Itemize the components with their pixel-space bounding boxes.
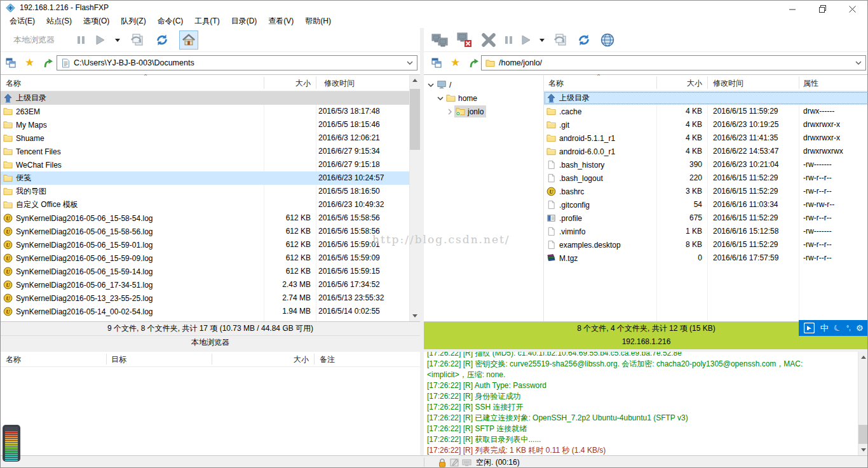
table-row[interactable]: .cache4 KB2016/6/15 11:59:29drwx------ [544,105,868,118]
column-header-size[interactable]: 大小 [264,75,311,91]
menu-item[interactable]: 工具(T) [189,15,225,28]
table-row[interactable]: U.bashrc3 KB2016/6/15 11:52:29-rw-r--r-- [544,185,868,198]
favorites-star-icon[interactable]: ★ [451,56,460,69]
tree-item-label[interactable]: jonlo [454,105,486,117]
table-row[interactable]: Shuame2016/6/3 12:06:21 [1,131,409,145]
table-row[interactable]: USynKernelDiag2016-05-06_17-34-51.log2.4… [1,278,409,291]
log-scrollbar[interactable] [858,352,868,455]
column-header-modified[interactable]: 修改时间 [324,75,355,91]
queue-column-note[interactable]: 备注 [320,352,335,367]
chevron-down-icon[interactable] [407,61,413,65]
volume-overlay[interactable] [3,425,20,462]
file-size: 4 KB [656,118,702,131]
remote-path-combobox[interactable]: /home/jonlo/ [481,55,866,70]
table-row[interactable]: .bash_history3902016/6/23 10:21:04-rw---… [544,158,868,171]
refresh-icon[interactable] [576,32,592,48]
pause-icon[interactable] [77,36,86,44]
table-row[interactable]: M.tgz02016/6/16 17:57:59-rw-r--r-- [544,251,868,265]
disconnect-icon[interactable] [456,32,473,48]
play-icon[interactable] [95,35,105,45]
table-row[interactable]: .profile6752016/6/15 11:52:29-rw-r--r-- [544,211,868,225]
log-line: [17:26:22] [R] 列表完成: 1 KB 耗时 0.11 秒 (1.4… [424,445,858,455]
scroll-down-icon[interactable] [410,311,420,321]
menu-item[interactable]: 查看(V) [262,15,299,28]
menu-item[interactable]: 选项(O) [78,15,115,28]
chevron-down-icon[interactable] [855,61,862,65]
menu-item[interactable]: 帮助(H) [299,15,337,28]
column-header-name[interactable]: 名称 [548,75,564,91]
column-header-modified[interactable]: 修改时间 [713,75,743,91]
ime-logo-icon[interactable] [804,323,815,333]
table-row[interactable]: 我的导图2016/5/5 18:16:50 [1,185,409,198]
punctuation-icon[interactable]: °, [846,320,851,336]
table-row[interactable]: USynKernelDiag2016-05-06_15-59-01.log612… [1,238,409,251]
column-header-size[interactable]: 大小 [656,75,702,91]
menu-item[interactable]: 队列(Z) [115,15,151,28]
scroll-down-icon[interactable] [858,445,868,455]
play-icon[interactable] [521,35,531,45]
moon-icon[interactable]: ☾ [831,319,844,337]
scroll-up-icon[interactable] [858,352,868,363]
table-row[interactable]: WeChat Files2016/6/27 9:15:18 [1,158,409,171]
tree-item-home[interactable]: home [424,91,543,105]
connect-icon[interactable] [431,32,448,48]
queue-column-size[interactable]: 大小 [212,352,309,367]
table-row[interactable]: android-5.1.1_r14 KB2016/6/23 11:41:35dr… [544,131,868,145]
compare-folders-icon[interactable] [6,58,16,68]
table-row[interactable]: .viminfo1 KB2016/6/16 15:12:58-rw------- [544,225,868,238]
tree-item-root[interactable]: / [424,78,543,91]
ime-language-label[interactable]: 中 [820,320,829,336]
table-row[interactable]: 上级目录 [544,91,868,105]
table-row[interactable]: USynKernelDiag2016-05-14_00-02-54.log1.9… [1,305,409,318]
tree-item-label[interactable]: / [435,79,454,91]
home-icon[interactable] [179,30,198,50]
column-header-attrs[interactable]: 属性 [803,75,818,91]
table-row[interactable]: 263EM2016/5/3 18:17:48 [1,105,409,118]
table-row[interactable]: android-6.0.0_r14 KB2016/6/22 14:53:47dr… [544,145,868,158]
remote-list-body: 上级目录.cache4 KB2016/6/15 11:59:29drwx----… [544,91,868,321]
transfer-options-caret-icon[interactable] [115,39,120,42]
gear-icon[interactable]: ⚙ [856,320,864,336]
pause-icon[interactable] [505,36,513,44]
menu-item[interactable]: 命令(C) [152,15,189,28]
table-row[interactable]: My Maps2016/5/5 18:15:46 [1,118,409,131]
table-row[interactable]: USynKernelDiag2016-05-06_15-58-54.log612… [1,211,409,225]
table-row[interactable]: USynKernelDiag2016-05-06_15-59-09.log612… [1,251,409,265]
expander-collapsed-icon[interactable] [445,109,454,115]
table-row[interactable]: USynKernelDiag2016-05-06_15-58-56.log612… [1,225,409,238]
menu-item[interactable]: 会话(E) [4,15,41,28]
transfer-queue-icon[interactable] [553,32,568,48]
table-row[interactable]: examples.desktop8 KB2016/6/15 11:52:29-r… [544,238,868,251]
queue-column-target[interactable]: 目标 [111,352,126,367]
scroll-up-icon[interactable] [410,75,420,86]
table-row[interactable]: Tencent Files2016/6/27 9:15:34 [1,145,409,158]
abort-icon[interactable] [481,32,496,48]
local-path-combobox[interactable]: C:\Users\YJ-BJ-B-003\Documents [57,55,417,70]
globe-icon[interactable] [600,32,615,48]
volume-bar [5,456,18,457]
table-row[interactable]: USynKernelDiag2016-05-06_15-59-14.log612… [1,265,409,278]
expander-expanded-icon[interactable] [436,95,445,102]
table-row[interactable]: .git4 KB2016/6/23 10:19:25drwxrwxr-x [544,118,868,131]
favorites-star-icon[interactable]: ★ [25,56,34,69]
table-row[interactable]: USynKernelDiag2016-05-13_23-55-25.log2.7… [1,291,409,305]
expander-expanded-icon[interactable] [426,82,435,88]
queue-column-name[interactable]: 名称 [6,352,21,367]
menu-item[interactable]: 站点(S) [41,15,78,28]
transfer-queue-icon[interactable] [130,32,145,48]
table-row[interactable]: .bash_logout2202016/6/15 11:52:29-rw-r--… [544,171,868,185]
up-directory-icon[interactable] [43,58,53,69]
column-header-name[interactable]: 名称 [6,75,21,91]
table-row[interactable]: 便笺2016/6/23 10:24:57 [1,171,409,185]
tree-item-jonlo[interactable]: jonlo [424,105,543,118]
table-row[interactable]: 自定义 Office 模板2016/6/23 10:49:32 [1,198,409,211]
compare-folders-icon[interactable] [431,58,442,68]
table-row[interactable]: 上级目录 [1,91,409,105]
up-directory-icon[interactable] [468,58,479,69]
menu-item[interactable]: 目录(D) [226,15,263,28]
tree-item-label[interactable]: home [445,92,480,104]
table-row[interactable]: .gitconfig542016/6/16 11:03:34-rw-rw-r-- [544,198,868,211]
refresh-icon[interactable] [154,32,170,48]
transfer-options-caret-icon[interactable] [539,39,545,42]
local-list-scrollbar[interactable] [409,75,420,321]
